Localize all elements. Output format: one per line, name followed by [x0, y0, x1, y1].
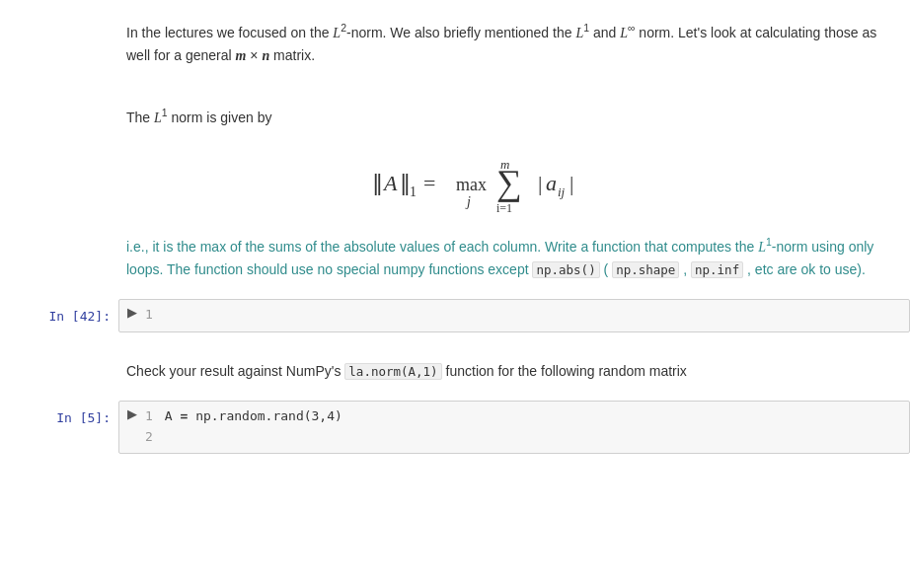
- check-content: Check your result against NumPy's la.nor…: [118, 350, 910, 393]
- line-numbers-in5: 12: [145, 406, 153, 448]
- code-np: np.random.rand: [195, 408, 304, 423]
- code-body-in5[interactable]: A = np.random.rand(3,4): [165, 406, 901, 448]
- svg-text:∑: ∑: [496, 163, 522, 202]
- code-inner-in42: ▶ 1: [127, 305, 901, 326]
- svg-text:|: |: [569, 171, 573, 195]
- formula-display: ‖ A ‖ 1 = max j m ∑ i=1: [372, 149, 648, 224]
- cell-label-in5: In [5]:: [56, 410, 111, 425]
- l1-intro-para: The L1 norm is given by: [126, 105, 894, 129]
- svg-text:j: j: [465, 194, 471, 209]
- svg-text:‖: ‖: [372, 171, 383, 195]
- code-npinf: np.inf: [691, 261, 743, 278]
- cell-label-in42: In [42]:: [48, 309, 111, 324]
- code-var-A: A: [165, 408, 173, 423]
- code-space2: [188, 408, 195, 423]
- intro-paragraph: In the lectures we focused on the L2-nor…: [126, 20, 894, 67]
- svg-text:A: A: [382, 171, 398, 195]
- code-args: (3,4): [304, 408, 342, 423]
- code-lanorm: la.norm(A,1): [344, 363, 441, 380]
- code-npabs: np.abs(): [532, 261, 599, 278]
- formula-svg: ‖ A ‖ 1 = max j m ∑ i=1: [372, 149, 648, 218]
- and-text: and: [593, 25, 616, 40]
- svg-text:max: max: [456, 175, 487, 194]
- intro-text-content: In the lectures we focused on the L2-nor…: [118, 10, 910, 77]
- l1-description-para: i.e., it is the max of the sums of the a…: [126, 234, 894, 281]
- svg-text:ij: ij: [558, 184, 566, 199]
- code-body-in42[interactable]: [165, 305, 901, 326]
- code-content-in5[interactable]: ▶ 12 A = np.random.rand(3,4): [118, 401, 910, 454]
- line-numbers-in42: 1: [145, 305, 153, 326]
- svg-text:1: 1: [410, 184, 417, 199]
- intro-text-cell: In the lectures we focused on the L2-nor…: [0, 10, 910, 77]
- cell-gutter-in5: In [5]:: [0, 401, 118, 454]
- cell-gutter-l1: [0, 95, 118, 291]
- cell-gutter-check: [0, 350, 118, 393]
- svg-text:i=1: i=1: [496, 201, 512, 215]
- svg-text:=: =: [423, 171, 435, 195]
- l1-def-content: The L1 norm is given by ‖ A ‖ 1 =: [118, 95, 910, 291]
- run-button-in5[interactable]: ▶: [127, 406, 137, 448]
- check-result-cell: Check your result against NumPy's la.nor…: [0, 350, 910, 393]
- check-para: Check your result against NumPy's la.nor…: [126, 360, 894, 383]
- code-inner-in5: ▶ 12 A = np.random.rand(3,4): [127, 406, 901, 448]
- notebook: In the lectures we focused on the L2-nor…: [0, 0, 910, 493]
- code-content-in42[interactable]: ▶ 1: [118, 299, 910, 332]
- cell-gutter-in42: In [42]:: [0, 299, 118, 332]
- l1-def-cell: The L1 norm is given by ‖ A ‖ 1 =: [0, 95, 910, 291]
- code-cell-in42: In [42]: ▶ 1: [0, 299, 910, 332]
- cell-gutter-intro: [0, 10, 118, 77]
- code-cell-in5: In [5]: ▶ 12 A = np.random.rand(3,4): [0, 401, 910, 454]
- code-npshape: np.shape: [612, 261, 679, 278]
- svg-text:|: |: [538, 171, 542, 195]
- formula-area: ‖ A ‖ 1 = max j m ∑ i=1: [126, 149, 894, 224]
- svg-text:a: a: [546, 171, 557, 195]
- run-button-in42[interactable]: ▶: [127, 305, 137, 326]
